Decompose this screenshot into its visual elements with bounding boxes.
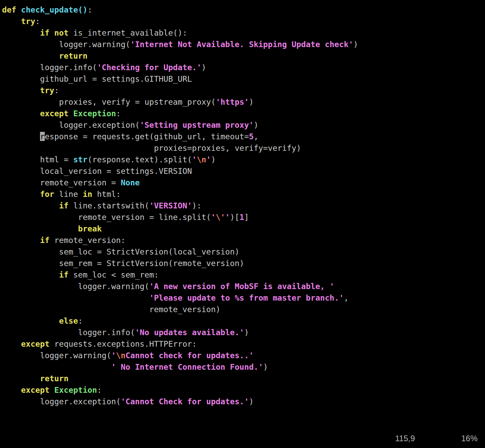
code-token: : [78, 316, 83, 325]
code-line: for line in html: [2, 188, 358, 200]
code-token: if [40, 28, 50, 37]
code-token: Exception [73, 109, 116, 118]
code-token [2, 339, 21, 348]
status-ruler: 115,9 16% [0, 434, 485, 445]
code-editor[interactable]: def check_update(): try: if not is_inter… [0, 0, 485, 448]
code-token [2, 385, 21, 394]
code-line: else: [2, 315, 358, 327]
code-token: ) [254, 120, 258, 129]
code-token: github_url = settings.GITHUB_URL [2, 74, 192, 83]
code-token: ): [192, 201, 201, 210]
code-token: ' [192, 155, 197, 164]
code-line: if remote_version: [2, 235, 358, 246]
code-token: 'https' [216, 97, 249, 106]
code-token: not [54, 28, 69, 37]
code-line: sem_rem = StrictVersion(remote_version) [2, 258, 358, 269]
code-area[interactable]: def check_update(): try: if not is_inter… [2, 4, 358, 407]
code-line: local_version = settings.VERSION [2, 165, 358, 177]
code-token [50, 385, 54, 394]
code-token: ) [249, 97, 254, 106]
code-line: remote_version = None [2, 177, 358, 188]
code-token: if [59, 270, 69, 279]
code-token: remote_version = line.split( [2, 212, 211, 222]
code-token: \n [116, 351, 125, 360]
code-token: local_version = settings.VERSION [2, 166, 192, 176]
code-token: 'Checking for Update.' [97, 63, 201, 72]
code-token: requests.exceptions.HTTPError: [50, 339, 197, 348]
code-line: logger.info('Checking for Update.') [2, 62, 358, 73]
code-line: break [2, 223, 358, 235]
code-line: logger.warning('\nCannot check for updat… [2, 350, 358, 361]
code-token: return [59, 51, 88, 60]
code-token [2, 362, 111, 371]
code-line: response = requests.get(github_url, time… [2, 131, 358, 142]
code-token: 'No updates available.' [135, 328, 244, 337]
code-line: sem_loc = StrictVersion(local_version) [2, 246, 358, 258]
code-token: logger.info( [2, 63, 97, 72]
code-line: if not is_internet_available(): [2, 27, 358, 39]
code-token: except [21, 385, 50, 394]
code-token: except [40, 109, 69, 118]
code-token [2, 224, 78, 233]
code-line: def check_update(): [2, 4, 358, 16]
code-token: logger.warning( [2, 40, 130, 49]
code-token: ) [244, 328, 249, 337]
code-token: esponse = requests.get(github_url, timeo… [45, 132, 249, 141]
code-token: \n [197, 155, 206, 164]
code-line: if sem_loc < sem_rem: [2, 269, 358, 281]
code-token: ] [244, 212, 249, 222]
code-line: try: [2, 16, 358, 27]
code-token: logger.warning( [2, 351, 111, 360]
code-token: 'Please update to %s from master branch.… [149, 293, 344, 302]
code-token: for [40, 189, 54, 199]
code-line: logger.warning('A new version of MobSF i… [2, 281, 358, 292]
code-token: html = [2, 155, 73, 164]
code-token [2, 17, 21, 26]
code-line: except requests.exceptions.HTTPError: [2, 338, 358, 350]
code-token: \' [216, 212, 225, 222]
code-line: ' No Internet Connection Found.') [2, 361, 358, 373]
code-token [2, 316, 59, 325]
code-token [2, 201, 59, 210]
code-line: proxies=proxies, verify=verify) [2, 142, 358, 154]
code-token: Cannot check for updates..' [125, 351, 254, 360]
code-line: if line.startswith('VERSION'): [2, 200, 358, 211]
code-token: ) [249, 397, 254, 406]
code-token: ) [263, 362, 268, 371]
code-token: sem_loc = StrictVersion(local_version) [2, 247, 239, 256]
code-token: ) [353, 40, 358, 49]
code-token: : [97, 385, 102, 394]
code-token: line.startswith( [69, 201, 149, 210]
code-line: 'Please update to %s from master branch.… [2, 292, 358, 304]
code-line: html = str(response.text).split('\n') [2, 154, 358, 165]
code-token: if [59, 201, 69, 210]
editor-window: { "colors": { "background": "#000000", "… [0, 0, 485, 448]
code-token: line [54, 189, 83, 199]
code-token: ' [225, 212, 230, 222]
code-token: ' No Internet Connection Found.' [111, 362, 263, 371]
code-line: try: [2, 85, 358, 96]
text-cursor: r [40, 132, 45, 141]
code-token [2, 189, 40, 199]
code-token: sem_rem = StrictVersion(remote_version) [2, 259, 244, 268]
code-token: html: [92, 189, 121, 199]
code-token [2, 293, 149, 302]
code-token: 'Cannot Check for updates.' [121, 397, 249, 406]
code-token: : [35, 17, 40, 26]
code-token [2, 236, 40, 245]
code-line: logger.warning('Internet Not Available. … [2, 39, 358, 50]
code-token: 'Internet Not Available. Skipping Update… [130, 40, 353, 49]
code-token: proxies=proxies, verify=verify) [2, 143, 301, 152]
code-token: 'Setting upstream proxy' [140, 120, 254, 129]
code-token: 'A new version of MobSF is available, ' [149, 282, 334, 291]
code-token: : [54, 86, 59, 95]
code-line: proxies, verify = upstream_proxy('https'… [2, 96, 358, 108]
code-token: ' [206, 155, 211, 164]
code-token [2, 132, 40, 141]
code-token: break [78, 224, 102, 233]
code-token [2, 109, 40, 118]
code-token [2, 86, 40, 95]
code-token: 'VERSION' [149, 201, 192, 210]
code-token [50, 28, 54, 37]
code-line: except Exception: [2, 384, 358, 396]
